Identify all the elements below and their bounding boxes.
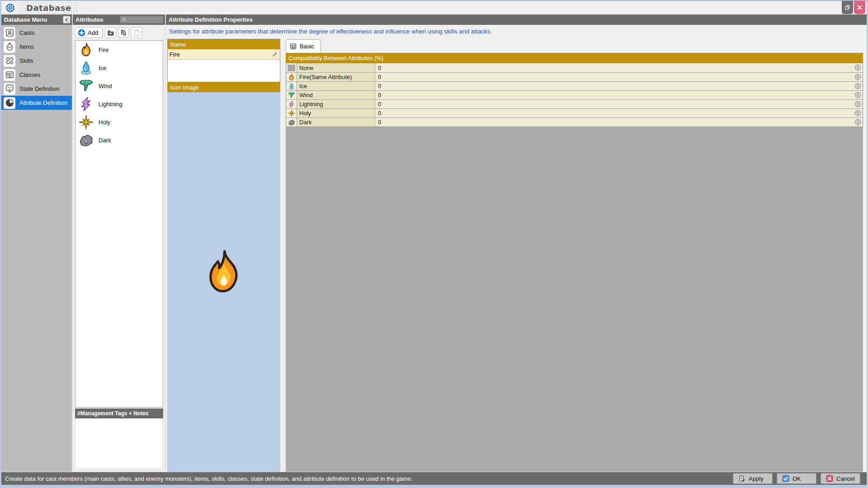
table-row-lightning: Lightning 0 bbox=[286, 99, 863, 108]
management-tags-notes-area[interactable] bbox=[75, 418, 163, 469]
icon-image-area[interactable] bbox=[167, 92, 280, 472]
list-item-lightning[interactable]: Lightning bbox=[75, 95, 163, 113]
chevron-left-icon bbox=[64, 17, 70, 23]
status-message: Create data for cast members (main casts… bbox=[1, 475, 733, 482]
value-field-fire[interactable]: 0 bbox=[375, 73, 863, 81]
icon-image-header: Icon Image bbox=[167, 82, 280, 92]
stepper-icon[interactable] bbox=[854, 64, 861, 71]
tab-strip: Basic bbox=[286, 39, 863, 53]
stepper-icon[interactable] bbox=[854, 92, 861, 99]
search-input[interactable] bbox=[120, 16, 163, 23]
sidebar-item-items[interactable]: Items bbox=[1, 40, 72, 54]
value-field-holy[interactable]: 0 bbox=[375, 109, 863, 117]
title-bar: Database bbox=[1, 1, 867, 14]
empty-area bbox=[286, 127, 863, 472]
table-row-none: None 0 bbox=[286, 63, 863, 72]
attributes-header: Attributes bbox=[73, 14, 165, 25]
tab-basic[interactable]: Basic bbox=[286, 39, 321, 53]
list-item-wind[interactable]: Wind bbox=[75, 77, 163, 95]
fire-icon-large bbox=[200, 246, 247, 299]
main-area: Database Menu Casts Items Skills bbox=[1, 14, 867, 472]
table-row-holy: Holy 0 bbox=[286, 108, 863, 117]
list-item-dark[interactable]: Dark bbox=[75, 131, 163, 149]
stepper-icon[interactable] bbox=[854, 101, 861, 108]
items-icon bbox=[4, 41, 15, 53]
table-row-ice: Ice 0 bbox=[286, 81, 863, 90]
table-row-dark: Dark 0 bbox=[286, 117, 863, 127]
search-icon bbox=[122, 17, 127, 22]
dark-icon bbox=[286, 118, 297, 127]
sidebar-item-classes[interactable]: Classes bbox=[1, 68, 72, 82]
state-definition-icon bbox=[4, 83, 15, 95]
ice-icon bbox=[79, 61, 94, 75]
properties-description: Settings for attribute parameters that d… bbox=[166, 25, 867, 37]
classes-icon bbox=[4, 69, 15, 81]
sidebar-item-attribute-definition[interactable]: Attribute Definition bbox=[1, 96, 72, 110]
name-section-blank bbox=[168, 60, 280, 82]
stepper-icon[interactable] bbox=[854, 74, 861, 80]
name-and-icon-column: Name Fire Icon Image bbox=[167, 39, 280, 472]
table-row-fire: Fire(Same Attribute) 0 bbox=[286, 72, 863, 81]
value-field-wind[interactable]: 0 bbox=[375, 91, 863, 99]
copy-button[interactable] bbox=[118, 27, 129, 38]
casts-icon bbox=[4, 27, 15, 39]
stepper-icon[interactable] bbox=[854, 83, 861, 89]
app-logo-icon bbox=[5, 3, 15, 13]
new-folder-button[interactable] bbox=[105, 27, 116, 38]
apply-button[interactable]: Apply bbox=[733, 473, 773, 484]
properties-content: Name Fire Icon Image bbox=[166, 37, 867, 472]
title-pattern: Database bbox=[19, 1, 79, 14]
add-attribute-button[interactable]: Add bbox=[75, 27, 103, 38]
pencil-icon bbox=[271, 51, 278, 58]
stepper-icon[interactable] bbox=[854, 119, 861, 126]
ok-check-icon bbox=[782, 475, 789, 482]
wind-icon bbox=[286, 91, 297, 99]
list-item-ice[interactable]: Ice bbox=[75, 59, 163, 77]
value-field-dark[interactable]: 0 bbox=[375, 118, 863, 127]
close-window-button[interactable] bbox=[854, 1, 865, 14]
collapse-menu-button[interactable] bbox=[63, 16, 71, 23]
clipboard-icon bbox=[133, 29, 141, 37]
paste-button-disabled[interactable] bbox=[131, 27, 142, 38]
database-menu-panel: Database Menu Casts Items Skills bbox=[1, 14, 73, 472]
close-icon bbox=[856, 4, 863, 11]
restore-window-button[interactable] bbox=[842, 1, 853, 14]
name-field[interactable]: Fire bbox=[168, 49, 280, 60]
name-field-value: Fire bbox=[170, 51, 179, 58]
ok-button[interactable]: OK bbox=[777, 473, 816, 484]
value-field-none[interactable]: 0 bbox=[375, 63, 863, 72]
apply-icon bbox=[738, 475, 745, 482]
sidebar-item-casts[interactable]: Casts bbox=[1, 26, 72, 40]
fire-icon bbox=[79, 42, 94, 57]
plus-circle-icon bbox=[78, 29, 85, 37]
fire-icon bbox=[286, 73, 297, 81]
database-menu-header: Database Menu bbox=[1, 14, 72, 25]
wind-icon bbox=[79, 79, 94, 94]
grid-icon bbox=[289, 42, 297, 50]
sidebar-item-state-definition[interactable]: State Definition bbox=[1, 82, 72, 96]
none-icon bbox=[286, 63, 297, 72]
name-section-header: Name bbox=[168, 39, 280, 49]
table-row-wind: Wind 0 bbox=[286, 90, 863, 99]
status-bar: Create data for cast members (main casts… bbox=[1, 472, 867, 485]
skills-icon bbox=[4, 55, 15, 67]
name-section: Name Fire bbox=[167, 39, 280, 82]
ice-icon bbox=[286, 82, 297, 90]
attributes-panel: Attributes Add bbox=[73, 14, 166, 472]
cancel-x-icon bbox=[826, 475, 833, 482]
attribute-definition-properties-panel: Attribute Definition Properties Settings… bbox=[166, 14, 867, 472]
list-item-holy[interactable]: Holy bbox=[75, 113, 163, 131]
value-field-lightning[interactable]: 0 bbox=[375, 100, 863, 108]
stepper-icon[interactable] bbox=[854, 110, 861, 117]
dark-icon bbox=[79, 133, 94, 148]
lightning-icon bbox=[286, 100, 297, 108]
cancel-button[interactable]: Cancel bbox=[821, 473, 860, 484]
restore-icon bbox=[844, 4, 851, 11]
attributes-toolbar: Add bbox=[73, 25, 165, 40]
compatibility-column: Basic Compatibility Between Attributes (… bbox=[286, 39, 863, 472]
list-item-fire[interactable]: Fire bbox=[75, 41, 163, 59]
database-menu-items: Casts Items Skills Classes State Definit… bbox=[1, 25, 72, 472]
sidebar-item-skills[interactable]: Skills bbox=[1, 54, 72, 68]
copy-icon bbox=[120, 29, 127, 37]
value-field-ice[interactable]: 0 bbox=[375, 82, 863, 90]
